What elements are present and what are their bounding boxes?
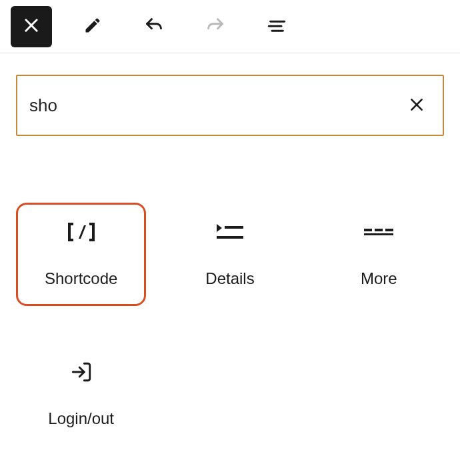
close-icon bbox=[408, 96, 425, 115]
search-area bbox=[0, 53, 460, 136]
redo-icon bbox=[206, 16, 225, 37]
undo-icon bbox=[145, 16, 163, 37]
pencil-icon bbox=[83, 16, 102, 37]
block-results-grid: Shortcode Details More Login/out bbox=[0, 136, 460, 446]
block-item-shortcode[interactable]: Shortcode bbox=[16, 203, 146, 306]
edit-button[interactable] bbox=[72, 6, 113, 47]
block-label: More bbox=[361, 269, 397, 288]
svg-rect-10 bbox=[364, 233, 393, 235]
outline-icon bbox=[267, 16, 286, 37]
details-icon bbox=[217, 221, 243, 243]
block-label: Login/out bbox=[48, 409, 114, 428]
redo-button[interactable] bbox=[195, 6, 236, 47]
svg-rect-8 bbox=[375, 229, 383, 231]
block-item-more[interactable]: More bbox=[314, 203, 444, 306]
more-icon bbox=[364, 221, 393, 243]
undo-button[interactable] bbox=[133, 6, 175, 47]
block-label: Shortcode bbox=[45, 269, 117, 288]
block-item-details[interactable]: Details bbox=[165, 203, 295, 306]
login-icon bbox=[70, 361, 93, 383]
svg-rect-7 bbox=[364, 229, 372, 231]
block-label: Details bbox=[205, 269, 254, 288]
svg-rect-9 bbox=[385, 229, 393, 231]
close-button[interactable] bbox=[11, 6, 52, 47]
clear-search-button[interactable] bbox=[403, 91, 431, 121]
search-input[interactable] bbox=[29, 95, 403, 116]
close-icon bbox=[22, 16, 41, 37]
editor-toolbar bbox=[0, 0, 460, 53]
search-box bbox=[16, 75, 444, 136]
outline-button[interactable] bbox=[256, 6, 297, 47]
shortcode-icon bbox=[67, 221, 96, 243]
block-item-login-out[interactable]: Login/out bbox=[16, 343, 146, 446]
